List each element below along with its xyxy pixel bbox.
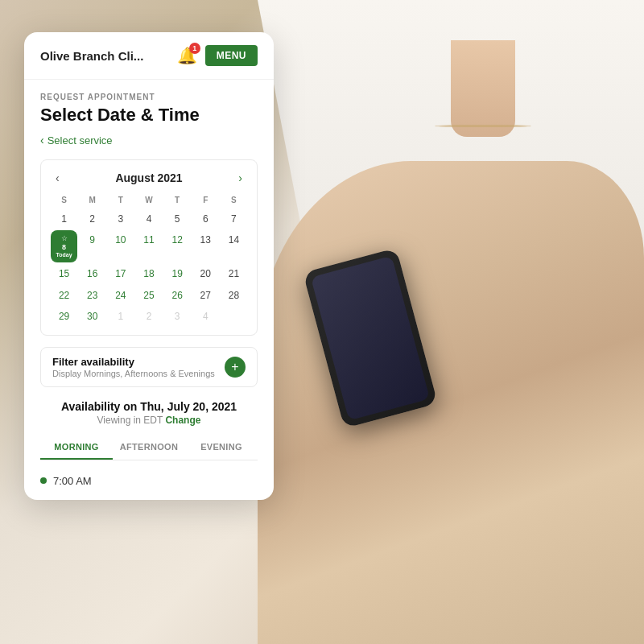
timezone-label: Viewing in EDT: [97, 415, 166, 426]
calendar-month-year: August 2021: [115, 171, 182, 184]
cal-day-5[interactable]: 5: [164, 209, 191, 229]
back-link-label: Select service: [47, 134, 113, 147]
time-slot-peek: 7:00 AM: [24, 469, 274, 500]
next-month-button[interactable]: ›: [233, 168, 247, 188]
back-link[interactable]: ‹ Select service: [40, 134, 258, 147]
dow-thu: T: [164, 194, 191, 208]
hands-background: [258, 161, 644, 644]
change-timezone-link[interactable]: Change: [165, 415, 200, 426]
cal-day-6[interactable]: 6: [192, 209, 219, 229]
dow-sun: S: [51, 194, 77, 208]
app-card: Olive Branch Cli... 🔔 1 MENU REQUEST APP…: [24, 32, 274, 500]
filter-title: Filter availability: [52, 356, 215, 368]
cal-day-29[interactable]: 29: [51, 307, 77, 326]
page-title: Select Date & Time: [40, 105, 258, 126]
filter-subtitle: Display Mornings, Afternoons & Evenings: [52, 369, 215, 378]
time-slot-label: 7:00 AM: [53, 475, 92, 487]
time-slot-row[interactable]: 7:00 AM: [40, 475, 258, 487]
calendar: ‹ August 2021 › S M T W T F S 1 2 3 4 5 …: [40, 159, 258, 336]
filter-text: Filter availability Display Mornings, Af…: [52, 356, 215, 378]
dow-tue: T: [107, 194, 134, 208]
cal-day-22[interactable]: 22: [51, 286, 77, 305]
card-header: Olive Branch Cli... 🔔 1 MENU: [24, 32, 274, 80]
cal-day-sep3[interactable]: 3: [164, 307, 191, 326]
cal-day-11[interactable]: 11: [135, 230, 162, 262]
plus-icon: +: [231, 360, 238, 374]
cal-day-15[interactable]: 15: [51, 264, 77, 283]
cal-day-9[interactable]: 9: [79, 230, 105, 262]
cal-day-7[interactable]: 7: [221, 209, 247, 229]
filter-availability-row[interactable]: Filter availability Display Mornings, Af…: [40, 347, 258, 387]
menu-button[interactable]: MENU: [205, 45, 258, 66]
notification-button[interactable]: 🔔 1: [177, 46, 197, 65]
cal-day-today[interactable]: ☆ 8 Today: [51, 230, 77, 262]
cal-day-30[interactable]: 30: [79, 307, 105, 326]
today-star-icon: ☆: [61, 234, 68, 243]
dow-mon: M: [79, 194, 105, 208]
availability-title: Availability on Thu, July 20, 2021: [40, 400, 258, 413]
dow-wed: W: [135, 194, 162, 208]
cal-day-1[interactable]: 1: [51, 209, 77, 229]
cal-day-28[interactable]: 28: [221, 286, 247, 305]
cal-day-13[interactable]: 13: [192, 230, 219, 262]
cal-day-sep2[interactable]: 2: [135, 307, 162, 326]
cal-day-18[interactable]: 18: [135, 264, 162, 283]
calendar-header: ‹ August 2021 ›: [51, 168, 247, 188]
cal-day-10[interactable]: 10: [107, 230, 134, 262]
cal-day-4[interactable]: 4: [135, 209, 162, 229]
cal-day-24[interactable]: 24: [107, 286, 134, 305]
tab-afternoon[interactable]: AFTERNOON: [113, 436, 185, 460]
neck-area: [451, 40, 515, 137]
tab-evening[interactable]: EVENING: [185, 436, 258, 460]
today-day-number: 8: [62, 243, 66, 252]
dow-sat: S: [221, 194, 247, 208]
today-label: Today: [56, 252, 72, 258]
cal-day-27[interactable]: 27: [192, 286, 219, 305]
cal-day-23[interactable]: 23: [79, 286, 105, 305]
cal-day-17[interactable]: 17: [107, 264, 134, 283]
tab-morning[interactable]: MORNING: [40, 436, 113, 460]
prev-month-button[interactable]: ‹: [51, 168, 64, 188]
brand-name: Olive Branch Cli...: [40, 49, 143, 63]
cal-day-14[interactable]: 14: [221, 230, 247, 262]
cal-day-2[interactable]: 2: [79, 209, 105, 229]
cal-day-21[interactable]: 21: [221, 264, 247, 283]
cal-day-26[interactable]: 26: [164, 286, 191, 305]
notification-badge: 1: [189, 43, 200, 54]
cal-day-12[interactable]: 12: [164, 230, 191, 262]
calendar-grid: S M T W T F S 1 2 3 4 5 6 7 ☆ 8 Today: [51, 194, 247, 327]
availability-subtitle: Viewing in EDT Change: [40, 415, 258, 426]
necklace: [435, 125, 531, 127]
cal-day-20[interactable]: 20: [192, 264, 219, 283]
header-right: 🔔 1 MENU: [177, 45, 258, 66]
cal-day-25[interactable]: 25: [135, 286, 162, 305]
card-body: REQUEST APPOINTMENT Select Date & Time ‹…: [24, 80, 274, 387]
chevron-left-icon: ‹: [40, 134, 44, 147]
cal-day-3[interactable]: 3: [107, 209, 134, 229]
dow-fri: F: [192, 194, 219, 208]
time-tabs: MORNING AFTERNOON EVENING: [40, 436, 258, 460]
time-dot-icon: [40, 477, 47, 484]
section-label: REQUEST APPOINTMENT: [40, 93, 258, 101]
cal-day-19[interactable]: 19: [164, 264, 191, 283]
cal-day-16[interactable]: 16: [79, 264, 105, 283]
cal-day-sep4[interactable]: 4: [192, 307, 219, 326]
filter-add-button[interactable]: +: [225, 357, 246, 378]
availability-section: Availability on Thu, July 20, 2021 Viewi…: [24, 400, 274, 460]
cal-day-sep1[interactable]: 1: [107, 307, 134, 326]
